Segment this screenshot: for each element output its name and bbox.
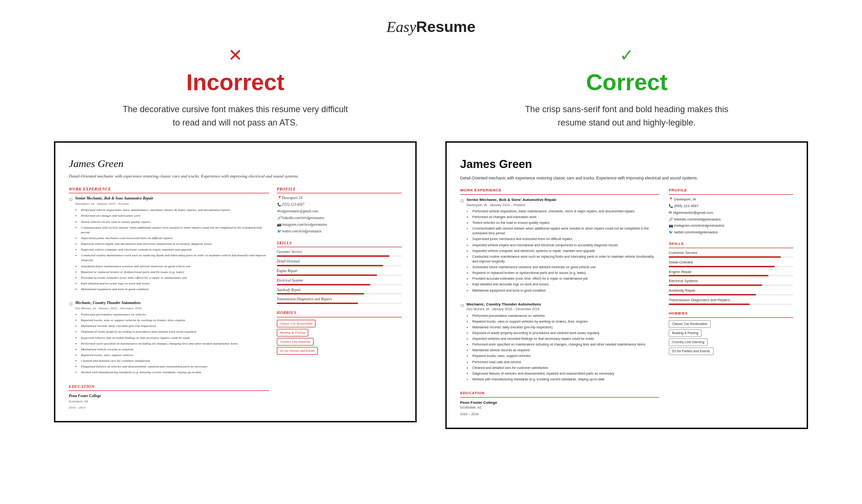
correct-job-2: ○ Mechanic, Country Thunder Automotives … — [460, 302, 659, 386]
correct-edu-years: 2010 – 2014 — [460, 412, 659, 417]
bullet: Repaired or replaced broken or dysfuncti… — [472, 271, 659, 275]
correct-hobbies-title: HOBBIES — [669, 311, 793, 318]
bullet: Disposed of waste properly according to … — [472, 331, 659, 336]
incorrect-job2-title: Mechanic, Country Thunder Automotives — [75, 300, 269, 306]
bullet: Maintained vehicle records as required — [81, 347, 269, 352]
correct-hobby-3: Country Line Dancing — [669, 338, 793, 347]
bullet: Kept detailed and accurate logs on work … — [472, 282, 659, 287]
bullet: Inspected vehicle computer and electroni… — [472, 249, 659, 253]
incorrect-skill-1: Customer Service — [277, 250, 402, 257]
bullet: Supervised junior mechanics and instruct… — [81, 236, 269, 241]
incorrect-edu-school: Penn Foster College — [69, 393, 269, 399]
incorrect-job1-content: Senior Mechanic, Bob & Sons Automotive R… — [75, 196, 269, 295]
incorrect-edu-years: 2010 – 2014 — [69, 405, 269, 410]
incorrect-skills-title: SKILLS — [277, 240, 402, 247]
bullet: Conducted routine maintenance work such … — [81, 253, 269, 262]
incorrect-description: The decorative cursive font makes this r… — [121, 103, 350, 130]
incorrect-two-col: WORK EXPERIENCE ○ Senior Mechanic, Bob &… — [69, 186, 402, 411]
correct-skill-6: Transmission Diagnostics and Repairs — [669, 298, 793, 305]
correct-skill-4: Electrical Systems — [669, 279, 793, 286]
correct-edu-school: Penn Foster College — [460, 400, 659, 406]
incorrect-profile-title: PROFILE — [277, 186, 402, 193]
logo-easy: Easy — [387, 18, 416, 35]
bullet: Performed preventative maintenance on ve… — [81, 312, 269, 317]
correct-edu-location: Scottsdale, AZ — [460, 405, 659, 410]
bullet: Worked with manufacturing standards (e.g… — [81, 370, 269, 375]
bullet: Maintained records' daily checklist (pre… — [81, 324, 269, 328]
correct-edu-title: EDUCATION — [460, 390, 659, 398]
correct-skill-3: Engine Repair — [669, 270, 793, 277]
bullet: Inspected vehicle engine and mechanical … — [472, 243, 659, 248]
incorrect-main-col: WORK EXPERIENCE ○ Senior Mechanic, Bob &… — [69, 186, 269, 411]
bullet: Provided accurate estimates (cost, time,… — [472, 276, 659, 281]
incorrect-label: Incorrect — [186, 69, 284, 95]
incorrect-resume-name: James Green — [69, 156, 402, 171]
correct-job1-dot: ○ — [460, 197, 464, 297]
correct-hobby-4: DJ for Parties and Events — [669, 347, 793, 357]
bullet: Cleaned and detailed cars for customer s… — [81, 358, 269, 363]
bullet: Cleaned and detailed cars for customer s… — [472, 366, 659, 370]
bullet: Kept detailed and accurate logs on work … — [81, 281, 269, 286]
bullet: Performed oil changes and lubrication wo… — [81, 213, 269, 218]
correct-resume-card: James Green Detail-Oriented mechanic wit… — [445, 141, 808, 429]
bullet: Worked with manufacturing standards (e.g… — [472, 377, 659, 382]
bullet: Provided accurate estimates (cost, time,… — [81, 275, 269, 280]
correct-skills-title: SKILLS — [669, 241, 793, 248]
incorrect-profile-phone: 📞 (555) 123-4567 — [277, 202, 402, 208]
correct-skill-1: Customer Service — [669, 251, 793, 258]
bullet: Scheduled future maintenance sessions an… — [472, 265, 659, 270]
incorrect-resume-tagline: Detail-Oriented mechanic with experience… — [69, 173, 402, 180]
incorrect-job1-title: Senior Mechanic, Bob & Sons Automotive R… — [75, 196, 269, 201]
correct-icon-row: ✓ — [620, 45, 634, 65]
incorrect-job2-content: Mechanic, Country Thunder Automotives De… — [75, 300, 269, 378]
logo: EasyResume — [0, 18, 862, 36]
bullet: Supervised junior mechanics and instruct… — [472, 237, 659, 242]
main-columns: ✕ Incorrect The decorative cursive font … — [0, 45, 862, 429]
incorrect-profile-twitter: 🐦 twitter.com/in/edgreenautos — [277, 229, 402, 234]
logo-resume: Resume — [416, 18, 476, 35]
incorrect-job1-dot: ○ — [69, 196, 73, 295]
bullet: Performed preventative maintenance on ve… — [472, 314, 659, 318]
incorrect-edu-title: EDUCATION — [69, 384, 269, 391]
correct-job2-content: Mechanic, Country Thunder Automotives De… — [466, 302, 659, 386]
bullet: Maintained equipment and tools in good c… — [81, 287, 269, 292]
incorrect-profile-email: ✉ edgreenautor@gmail.com — [277, 209, 402, 214]
page-wrapper: EasyResume ✕ Incorrect The decorative cu… — [0, 0, 862, 504]
correct-description: The crisp sans-serif font and bold headi… — [512, 103, 741, 130]
bullet: Diagnosed failures of vehicles and disas… — [472, 371, 659, 376]
correct-job1-title: Senior Mechanic, Bob & Sons' Automotive … — [466, 197, 659, 203]
check-icon: ✓ — [620, 45, 634, 65]
incorrect-skill-6: Transmission Diagnostics and Repairs — [277, 297, 402, 304]
incorrect-job2-dot: ○ — [69, 300, 73, 378]
incorrect-job1-bullets: Performed vehicle inspections, basic mai… — [75, 208, 269, 292]
incorrect-job1-meta: Davenport, IA · January 2019 – Present — [75, 201, 269, 206]
correct-resume-tagline: Detail-Oriented mechanic with experience… — [460, 175, 793, 181]
correct-profile-twitter: 🐦 twitter.com/in/edgreenautos — [669, 230, 793, 235]
correct-profile-city: 📍 Davenport, IA — [669, 197, 793, 202]
incorrect-hobby-4: DJ for Parties and Events — [277, 347, 402, 356]
correct-profile-email: ✉ ldgreenautor@gmail.com — [669, 210, 793, 216]
incorrect-hobbies-title: HOBBIES — [277, 310, 402, 317]
incorrect-hobby-2: Boating & Fishing — [277, 329, 402, 338]
bullet: Performed road calls and service — [472, 360, 659, 365]
correct-job2-dot: ○ — [460, 302, 464, 386]
bullet: Maintained vehicle records as required — [472, 348, 659, 353]
bullet: Repaired or replaced broken or dysfuncti… — [81, 270, 269, 274]
correct-profile-linkedin: 🔗 linkedin.com/in/edgreenautos — [669, 217, 793, 222]
incorrect-job-2: ○ Mechanic, Country Thunder Automotives … — [69, 300, 269, 378]
correct-hobby-2: Boating & Fishing — [669, 329, 793, 338]
bullet: Performed vehicle inspections, basic mai… — [472, 209, 659, 214]
incorrect-skill-4: Electrical Systems — [277, 278, 402, 285]
incorrect-job-1: ○ Senior Mechanic, Bob & Sons Automotive… — [69, 196, 269, 295]
incorrect-profile-linkedin: 🔗 linkedin.com/in/edgreenautos — [277, 216, 402, 221]
bullet: Communicated with service adviser when a… — [81, 225, 269, 235]
incorrect-job2-meta: Des Moines, IA · January 2016 – December… — [75, 306, 269, 311]
correct-job2-title: Mechanic, Country Thunder Automotives — [466, 302, 659, 307]
bullet: Diagnosed failures of vehicles and disas… — [81, 364, 269, 369]
correct-job1-bullets: Performed vehicle inspections, basic mai… — [466, 209, 659, 293]
correct-job2-meta: Des Moines, IA · January 2016 – December… — [466, 307, 659, 312]
incorrect-column: ✕ Incorrect The decorative cursive font … — [54, 45, 417, 429]
correct-job1-meta: Davenport, IA · January 2019 – Present — [466, 203, 659, 208]
bullet: Inspected vehicles and recorded findings… — [81, 336, 269, 340]
bullet: Communicated with service adviser when a… — [472, 226, 659, 236]
